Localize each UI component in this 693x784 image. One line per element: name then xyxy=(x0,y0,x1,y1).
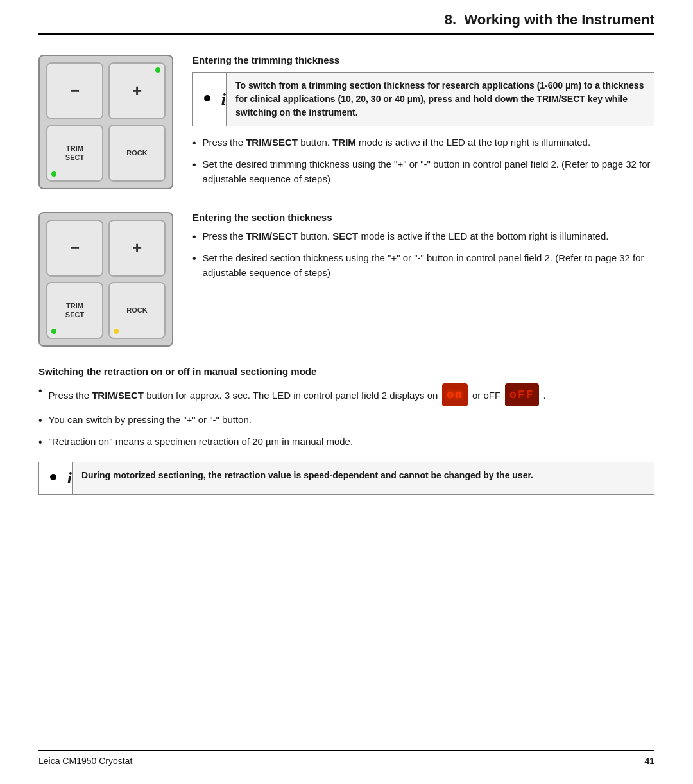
minus-button-sect: − xyxy=(46,220,103,277)
page-footer: Leica CM1950 Cryostat 41 xyxy=(38,750,654,766)
info-dot-trim xyxy=(204,95,210,101)
footer-product: Leica CM1950 Cryostat xyxy=(38,756,132,766)
section-thickness-heading: Entering the section thickness xyxy=(193,212,654,223)
retraction-bullets: • Press the TRIM/SECT button for approx.… xyxy=(38,383,654,450)
trimming-heading: Entering the trimming thickness xyxy=(193,55,654,65)
minus-button-trim: − xyxy=(46,62,103,119)
trimming-thickness-section: − + TRIMSECT ROCK Entering the trimming … xyxy=(38,55,654,193)
led-display-off: oFF xyxy=(505,383,538,406)
trim-sect-button-sect: TRIMSECT xyxy=(46,282,103,339)
retraction-section: Switching the retraction on or off in ma… xyxy=(38,366,654,495)
section-thickness-section: − + TRIMSECT ROCK Entering the section t… xyxy=(38,212,654,347)
led-trim-sect-trim xyxy=(51,171,56,177)
rock-button-trim: ROCK xyxy=(108,125,166,182)
led-top-right-trim xyxy=(155,67,160,73)
section-thickness-bullets: • Press the TRIM/SECT button. SECT mode … xyxy=(193,229,654,280)
trimming-info-box: i To switch from a trimming section thic… xyxy=(193,72,654,126)
page: 8. Working with the Instrument − + TRIMS… xyxy=(0,0,693,549)
footer-page-number: 41 xyxy=(644,756,654,766)
trimming-bullets: • Press the TRIM/SECT button. TRIM mode … xyxy=(193,135,654,186)
list-item: • Press the TRIM/SECT button. SECT mode … xyxy=(193,229,654,245)
list-item: • Set the desired section thickness usin… xyxy=(193,251,654,280)
led-display-on: on xyxy=(442,383,468,406)
list-item: • Press the TRIM/SECT button. TRIM mode … xyxy=(193,135,654,151)
trimming-content: Entering the trimming thickness i To swi… xyxy=(193,55,654,193)
retraction-info-text: During motorized sectioning, the retract… xyxy=(73,462,542,494)
trim-sect-button-trim: TRIMSECT xyxy=(46,125,103,182)
plus-button-sect: + xyxy=(108,220,166,277)
list-item: • Press the TRIM/SECT button for approx.… xyxy=(38,383,654,406)
page-title: 8. Working with the Instrument xyxy=(38,12,654,28)
info-dot-retraction xyxy=(50,474,56,480)
section-thickness-content: Entering the section thickness • Press t… xyxy=(193,212,654,286)
list-item: • "Retraction on" means a specimen retra… xyxy=(38,435,654,450)
section-panel-image: − + TRIMSECT ROCK xyxy=(38,212,173,347)
retraction-heading: Switching the retraction on or off in ma… xyxy=(38,366,654,377)
control-panel-trim: − + TRIMSECT ROCK xyxy=(38,55,173,189)
trimming-panel-image: − + TRIMSECT ROCK xyxy=(38,55,173,189)
list-item: • You can switch by pressing the "+" or … xyxy=(38,413,654,428)
control-panel-sect: − + TRIMSECT ROCK xyxy=(38,212,173,347)
info-icon-retraction: i xyxy=(39,462,73,494)
retraction-info-box: i During motorized sectioning, the retra… xyxy=(38,462,654,495)
led-trim-sect-sect xyxy=(51,329,56,334)
rock-button-sect: ROCK xyxy=(108,282,166,339)
led-yellow-sect xyxy=(114,329,119,334)
list-item: • Set the desired trimming thickness usi… xyxy=(193,157,654,186)
trimming-info-text: To switch from a trimming section thickn… xyxy=(227,73,654,126)
plus-button-trim: + xyxy=(108,62,166,119)
page-header: 8. Working with the Instrument xyxy=(38,0,654,35)
info-icon-trim: i xyxy=(193,73,227,126)
